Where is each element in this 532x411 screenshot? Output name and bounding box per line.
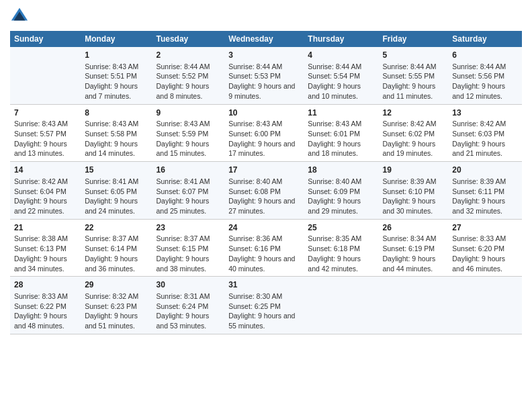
daylight-text: Daylight: 9 hours and 7 minutes. — [85, 81, 148, 101]
day-number: 8 — [85, 107, 148, 119]
day-number: 13 — [452, 107, 518, 119]
sunset-text: Sunset: 5:58 PM — [85, 129, 148, 139]
daylight-text: Daylight: 9 hours and 53 minutes. — [157, 311, 221, 330]
daylight-text: Daylight: 9 hours and 27 minutes. — [228, 196, 300, 216]
sunrise-text: Sunrise: 8:44 AM — [228, 62, 300, 72]
week-row-5: 28Sunrise: 8:33 AMSunset: 6:22 PMDayligh… — [10, 277, 522, 334]
daylight-text: Daylight: 9 hours and 19 minutes. — [382, 139, 444, 158]
day-number: 12 — [382, 107, 444, 119]
sunrise-text: Sunrise: 8:34 AM — [382, 234, 444, 244]
day-number: 18 — [308, 165, 374, 176]
day-number: 27 — [452, 222, 518, 234]
sunrise-text: Sunrise: 8:44 AM — [157, 62, 221, 72]
daylight-text: Daylight: 9 hours and 11 minutes. — [382, 81, 444, 101]
sunset-text: Sunset: 5:53 PM — [228, 71, 300, 81]
sunrise-text: Sunrise: 8:40 AM — [228, 177, 300, 187]
cell-day-22: 22Sunrise: 8:37 AMSunset: 6:14 PMDayligh… — [81, 219, 152, 277]
sunrise-text: Sunrise: 8:44 AM — [308, 62, 374, 72]
sunrise-text: Sunrise: 8:42 AM — [382, 119, 444, 129]
sunset-text: Sunset: 6:16 PM — [228, 244, 300, 254]
sunset-text: Sunset: 6:24 PM — [157, 302, 221, 312]
cell-day-23: 23Sunrise: 8:37 AMSunset: 6:15 PMDayligh… — [152, 219, 225, 277]
daylight-text: Daylight: 9 hours and 22 minutes. — [14, 196, 77, 216]
sunset-text: Sunset: 6:09 PM — [308, 187, 374, 197]
sunset-text: Sunset: 6:10 PM — [382, 187, 444, 197]
cell-day-9: 9Sunrise: 8:43 AMSunset: 5:59 PMDaylight… — [152, 104, 225, 162]
daylight-text: Daylight: 9 hours and 14 minutes. — [85, 139, 148, 158]
sunset-text: Sunset: 5:54 PM — [308, 71, 374, 81]
day-number: 15 — [85, 165, 148, 176]
daylight-text: Daylight: 9 hours and 55 minutes. — [228, 311, 300, 330]
cell-day-25: 25Sunrise: 8:35 AMSunset: 6:18 PMDayligh… — [304, 219, 378, 277]
sunrise-text: Sunrise: 8:41 AM — [85, 177, 148, 187]
sunset-text: Sunset: 6:22 PM — [14, 302, 77, 312]
day-number: 7 — [14, 107, 77, 119]
sunset-text: Sunset: 5:56 PM — [452, 71, 518, 81]
header — [10, 7, 522, 26]
cell-day-17: 17Sunrise: 8:40 AMSunset: 6:08 PMDayligh… — [224, 162, 304, 220]
cell-day-20: 20Sunrise: 8:39 AMSunset: 6:11 PMDayligh… — [448, 162, 522, 220]
day-number: 20 — [452, 165, 518, 176]
cell-day-30: 30Sunrise: 8:31 AMSunset: 6:24 PMDayligh… — [152, 277, 225, 334]
daylight-text: Daylight: 9 hours and 34 minutes. — [14, 254, 77, 273]
sunset-text: Sunset: 6:20 PM — [452, 244, 518, 254]
day-number: 17 — [228, 165, 300, 176]
daylight-text: Daylight: 9 hours and 29 minutes. — [308, 196, 374, 216]
sunrise-text: Sunrise: 8:39 AM — [452, 177, 518, 187]
cell-day-11: 11Sunrise: 8:43 AMSunset: 6:01 PMDayligh… — [304, 104, 378, 162]
day-number: 1 — [85, 50, 148, 61]
daylight-text: Daylight: 9 hours and 38 minutes. — [157, 254, 221, 273]
daylight-text: Daylight: 9 hours and 18 minutes. — [308, 139, 374, 158]
sunrise-text: Sunrise: 8:30 AM — [228, 291, 300, 302]
daylight-text: Daylight: 9 hours and 48 minutes. — [14, 311, 77, 330]
sunset-text: Sunset: 6:01 PM — [308, 129, 374, 139]
day-number: 28 — [14, 279, 77, 291]
cell-day-29: 29Sunrise: 8:32 AMSunset: 6:23 PMDayligh… — [81, 277, 152, 334]
daylight-text: Daylight: 9 hours and 8 minutes. — [157, 81, 221, 101]
logo-icon — [10, 7, 29, 26]
day-number: 9 — [157, 107, 221, 119]
sunrise-text: Sunrise: 8:35 AM — [308, 234, 374, 244]
sunrise-text: Sunrise: 8:43 AM — [308, 119, 374, 129]
sunrise-text: Sunrise: 8:43 AM — [157, 119, 221, 129]
sunrise-text: Sunrise: 8:37 AM — [85, 234, 148, 244]
cell-day-empty — [304, 277, 378, 334]
sunrise-text: Sunrise: 8:44 AM — [452, 62, 518, 72]
cell-day-2: 2Sunrise: 8:44 AMSunset: 5:52 PMDaylight… — [152, 47, 225, 104]
day-number: 2 — [157, 50, 221, 61]
sunrise-text: Sunrise: 8:36 AM — [228, 234, 300, 244]
daylight-text: Daylight: 9 hours and 17 minutes. — [228, 139, 300, 158]
day-number: 3 — [228, 50, 300, 61]
daylight-text: Daylight: 9 hours and 24 minutes. — [85, 196, 148, 216]
day-number: 23 — [157, 222, 221, 234]
cell-day-31: 31Sunrise: 8:30 AMSunset: 6:25 PMDayligh… — [224, 277, 304, 334]
daylight-text: Daylight: 9 hours and 30 minutes. — [382, 196, 444, 216]
sunrise-text: Sunrise: 8:43 AM — [85, 119, 148, 129]
day-number: 21 — [14, 222, 77, 234]
cell-day-19: 19Sunrise: 8:39 AMSunset: 6:10 PMDayligh… — [378, 162, 448, 220]
col-header-friday: Friday — [378, 31, 448, 47]
daylight-text: Daylight: 9 hours and 12 minutes. — [452, 81, 518, 101]
cell-day-6: 6Sunrise: 8:44 AMSunset: 5:56 PMDaylight… — [448, 47, 522, 104]
sunset-text: Sunset: 5:59 PM — [157, 129, 221, 139]
daylight-text: Daylight: 9 hours and 40 minutes. — [228, 254, 300, 273]
cell-day-28: 28Sunrise: 8:33 AMSunset: 6:22 PMDayligh… — [10, 277, 81, 334]
sunrise-text: Sunrise: 8:40 AM — [308, 177, 374, 187]
daylight-text: Daylight: 9 hours and 15 minutes. — [157, 139, 221, 158]
cell-day-4: 4Sunrise: 8:44 AMSunset: 5:54 PMDaylight… — [304, 47, 378, 104]
cell-day-8: 8Sunrise: 8:43 AMSunset: 5:58 PMDaylight… — [81, 104, 152, 162]
sunset-text: Sunset: 6:15 PM — [157, 244, 221, 254]
sunrise-text: Sunrise: 8:39 AM — [382, 177, 444, 187]
cell-day-16: 16Sunrise: 8:41 AMSunset: 6:07 PMDayligh… — [152, 162, 225, 220]
daylight-text: Daylight: 9 hours and 25 minutes. — [157, 196, 221, 216]
day-number: 24 — [228, 222, 300, 234]
day-number: 10 — [228, 107, 300, 119]
sunset-text: Sunset: 5:57 PM — [14, 129, 77, 139]
cell-day-14: 14Sunrise: 8:42 AMSunset: 6:04 PMDayligh… — [10, 162, 81, 220]
sunset-text: Sunset: 6:25 PM — [228, 302, 300, 312]
day-number: 5 — [382, 50, 444, 61]
sunrise-text: Sunrise: 8:44 AM — [382, 62, 444, 72]
sunrise-text: Sunrise: 8:33 AM — [14, 291, 77, 302]
page: SundayMondayTuesdayWednesdayThursdayFrid… — [0, 0, 532, 411]
col-header-thursday: Thursday — [304, 31, 378, 47]
